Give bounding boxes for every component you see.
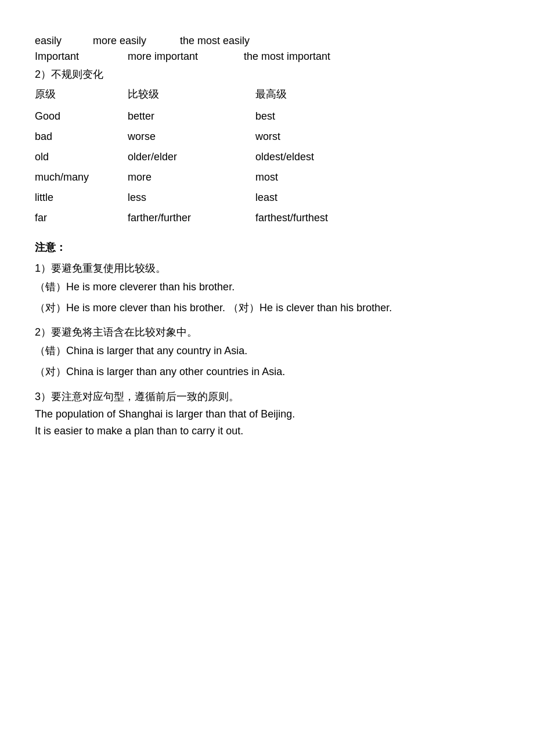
- notice-3-ex1: The population of Shanghai is larger tha…: [35, 408, 499, 420]
- notice-2-wrong: （错）China is larger that any country in A…: [35, 344, 499, 358]
- adverb-base: easily: [35, 35, 93, 47]
- base-form: old: [35, 151, 128, 163]
- table-row: far farther/further farthest/furthest: [35, 212, 499, 224]
- base-form: much/many: [35, 171, 128, 183]
- comparative-form: farther/further: [128, 212, 255, 224]
- adjective-comparative: more important: [128, 51, 244, 63]
- notice-3-ex2: It is easier to make a plan than to carr…: [35, 425, 499, 437]
- base-form: far: [35, 212, 128, 224]
- superlative-form: oldest/eldest: [255, 151, 383, 163]
- comparative-form: better: [128, 110, 255, 123]
- notice-item-1: 1）要避免重复使用比较级。 （错）He is more cleverer tha…: [35, 261, 499, 317]
- table-header-row: 原级 比较级 最高级: [35, 87, 499, 101]
- superlative-form: worst: [255, 131, 383, 143]
- notice-section: 注意： 1）要避免重复使用比较级。 （错）He is more cleverer…: [35, 240, 499, 437]
- col-header-comparative: 比较级: [128, 87, 255, 101]
- comparative-form: worse: [128, 131, 255, 143]
- col-header-base: 原级: [35, 87, 128, 101]
- notice-1-right: （对）He is more clever than his brother. （…: [35, 298, 499, 317]
- comparative-form: less: [128, 192, 255, 204]
- adjective-superlative: the most important: [244, 51, 360, 63]
- adverb-comparison-row: easily more easily the most easily: [35, 35, 499, 47]
- adjective-base: Important: [35, 51, 128, 63]
- notice-item-2: 2）要避免将主语含在比较对象中。 （错）China is larger that…: [35, 325, 499, 381]
- adjective-comparison-row: Important more important the most import…: [35, 51, 499, 63]
- table-row: little less least: [35, 192, 499, 204]
- table-row: old older/elder oldest/eldest: [35, 151, 499, 163]
- notice-heading: 注意：: [35, 240, 499, 254]
- notice-2-label: 2）要避免将主语含在比较对象中。: [35, 325, 499, 339]
- notice-1-label: 1）要避免重复使用比较级。: [35, 261, 499, 275]
- base-form: bad: [35, 131, 128, 143]
- table-row: much/many more most: [35, 171, 499, 183]
- comparative-form: older/elder: [128, 151, 255, 163]
- adverb-superlative: the most easily: [180, 35, 296, 47]
- comparative-form: more: [128, 171, 255, 183]
- notice-3-label: 3）要注意对应句型，遵循前后一致的原则。: [35, 390, 499, 404]
- section2-heading: 2）不规则变化: [35, 67, 499, 81]
- notice-2-right: （对）China is larger than any other countr…: [35, 362, 499, 381]
- superlative-form: most: [255, 171, 383, 183]
- irregular-table: Good better best bad worse worst old old…: [35, 110, 499, 224]
- base-form: little: [35, 192, 128, 204]
- notice-item-3: 3）要注意对应句型，遵循前后一致的原则。 The population of S…: [35, 390, 499, 437]
- base-form: Good: [35, 110, 128, 123]
- adverb-comparative: more easily: [93, 35, 180, 47]
- table-row: Good better best: [35, 110, 499, 123]
- superlative-form: farthest/furthest: [255, 212, 383, 224]
- superlative-form: least: [255, 192, 383, 204]
- col-header-superlative: 最高级: [255, 87, 383, 101]
- superlative-form: best: [255, 110, 383, 123]
- table-row: bad worse worst: [35, 131, 499, 143]
- notice-1-wrong: （错）He is more cleverer than his brother.: [35, 280, 499, 294]
